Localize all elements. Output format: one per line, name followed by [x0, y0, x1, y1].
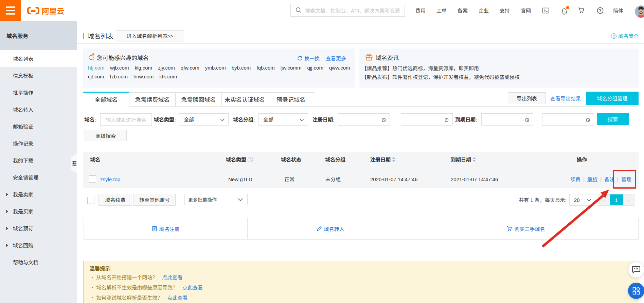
sidebar-item-label: 安全锁管理 [13, 174, 38, 181]
sidebar-item-i-am-seller[interactable]: 我是卖家 [0, 186, 77, 203]
news-line-new[interactable]: 【新品发布】软件著作权登记，保护开发者权益，避免代码被盗或侵权 [362, 73, 520, 80]
sidebar-item-operation-log[interactable]: 操作记录 [0, 135, 77, 152]
row-checkbox[interactable] [89, 175, 96, 183]
sidebar-item-domain-list[interactable]: 域名列表 [0, 50, 77, 67]
news-line-hot[interactable]: 【爆品推荐】热门优选商标，海量资源库，即买即用 [362, 64, 479, 72]
nav-item-website[interactable]: 官网 [520, 0, 531, 21]
sidebar-item-security-lock[interactable]: 安全锁管理 [0, 169, 77, 186]
domain-suggestion[interactable]: fzb.com [110, 73, 128, 80]
domain-search-suggest-icon [88, 53, 96, 61]
regdate-end-input[interactable] [401, 113, 453, 126]
domain-suggestion[interactable]: zjy.com [158, 64, 175, 71]
expdate-start-input[interactable] [481, 113, 533, 126]
domain-transfer-in-label: 域名转入 [324, 225, 344, 232]
regdate-start-input[interactable] [338, 113, 390, 126]
sidebar-item-my-download[interactable]: 我的下载 [0, 152, 77, 169]
domain-suggestion[interactable]: htj.com [88, 64, 104, 71]
sidebar-item-batch-operation[interactable]: 批量操作 [0, 84, 77, 101]
sidebar-item-email-verify[interactable]: 邮箱验证 [0, 118, 77, 135]
tab-not-verified[interactable]: 未实名认证域名 [221, 92, 268, 107]
view-export-result-link[interactable]: 查看导出结果 [550, 92, 581, 104]
page-size-value: 20 [574, 196, 580, 203]
pagination-next-button[interactable]: › [623, 194, 634, 205]
cart-icon[interactable] [578, 7, 585, 14]
nav-item-billing[interactable]: 费用 [415, 0, 426, 21]
sidebar-item-info-template[interactable]: 信息模板 [0, 67, 77, 84]
header-search-box[interactable] [290, 4, 405, 17]
refresh-domains-link[interactable]: 换一换 [304, 55, 320, 62]
domain-suggestion[interactable]: byb.com [232, 64, 251, 71]
domain-suggestion[interactable]: fqb.com [256, 64, 274, 71]
action-resolve-link[interactable]: 解析 [587, 175, 597, 183]
console-terminal-icon[interactable] [542, 7, 549, 14]
batch-select-all-checkbox[interactable] [87, 197, 94, 204]
domain-transfer-in-link[interactable]: 域名转入 [317, 225, 344, 232]
pagination-prev-button[interactable]: ‹ [599, 194, 610, 205]
feedback-chat-button[interactable] [628, 262, 644, 278]
filter-domain-input[interactable] [100, 113, 152, 126]
tip-view-link[interactable]: 点此查看 [167, 294, 187, 301]
buy-secondhand-link[interactable]: 购买二手域名 [506, 225, 545, 232]
batch-transfer-button[interactable]: 转至其他账号 [133, 194, 176, 206]
advanced-search-button[interactable]: 高级搜索 [85, 130, 127, 141]
sidebar-item-help-docs[interactable]: 帮助与文档 [0, 254, 77, 271]
page-size-select[interactable]: 20 [569, 194, 595, 206]
domain-suggestion[interactable]: ymb.com [205, 64, 226, 71]
domain-suggestion[interactable]: klg.com [135, 64, 152, 71]
batch-renew-button[interactable]: 域名续费 [99, 194, 132, 206]
sort-icon[interactable] [472, 157, 476, 162]
mini-apps-button[interactable] [628, 283, 644, 299]
action-remark-link[interactable]: 备注 [604, 175, 614, 183]
domain-suggestion[interactable]: qfw.com [181, 64, 199, 71]
search-button[interactable]: 搜索 [597, 113, 629, 125]
domain-suggestion[interactable]: qww.com [329, 64, 350, 71]
tip-view-link[interactable]: 点此查看 [182, 284, 203, 291]
help-icon[interactable]: ? [597, 7, 604, 14]
view-more-link[interactable]: 查看更多 [326, 55, 346, 62]
sidebar-item-domain-transfer-in[interactable]: 域名转入 [0, 101, 77, 118]
domain-group-manage-button[interactable]: 域名分组管理 [586, 92, 639, 105]
tab-need-renew[interactable]: 急需续费域名 [129, 92, 176, 107]
sidebar-item-i-am-buyer[interactable]: 我是买家 [0, 203, 77, 220]
nav-item-support[interactable]: 支持 [499, 0, 510, 21]
type-help-icon[interactable]: ? [248, 157, 253, 162]
pagination-page-1[interactable]: 1 [610, 194, 623, 205]
export-list-button[interactable]: 导出列表 [508, 92, 546, 104]
batch-more-select[interactable]: 更多批量操作 [184, 194, 248, 205]
main-content: 域名列表 进入域名解析列表>> ?域名简介 您可能感兴趣的域名 换一换 查看更多… [77, 21, 644, 303]
sidebar-item-domain-reserve[interactable]: 域名预订 [0, 220, 77, 237]
nav-item-enterprise[interactable]: 企业 [478, 0, 489, 21]
expdate-end-input[interactable] [542, 113, 594, 126]
nav-item-icp[interactable]: 备案 [457, 0, 468, 21]
gift-icon [365, 53, 373, 61]
clock-icon [525, 117, 530, 122]
action-renew-link[interactable]: 续费 [570, 175, 580, 183]
domain-suggestion[interactable]: cjt.com [88, 73, 104, 80]
user-avatar[interactable] [635, 5, 644, 18]
domain-suggestion[interactable]: hnw.com [133, 73, 154, 80]
sidebar-item-domain-buyback[interactable]: 域名回购 [0, 237, 77, 254]
domain-register-link[interactable]: 域名注册 [152, 225, 180, 232]
notification-bell-icon[interactable] [560, 6, 569, 15]
goto-dns-list-button[interactable]: 进入域名解析列表>> [116, 30, 184, 41]
aliyun-logo[interactable]: 阿里云 [26, 6, 64, 15]
language-switch[interactable]: 简体 [613, 0, 623, 21]
filter-type-select[interactable]: 全部 [179, 113, 229, 126]
chevron-down-icon [238, 198, 243, 202]
domain-intro-link[interactable]: ?域名简介 [611, 30, 639, 41]
domain-suggestion[interactable]: wjb.com [110, 64, 129, 71]
sort-icon[interactable] [392, 157, 395, 162]
tab-all-domains[interactable]: 全部域名 [83, 92, 129, 107]
nav-item-ticket[interactable]: 工单 [436, 0, 447, 21]
header-search-input[interactable] [305, 7, 405, 14]
tab-preregister[interactable]: 预登记域名 [268, 92, 314, 107]
domain-suggestion[interactable]: ljw.comm [281, 64, 302, 71]
domain-suggestion[interactable]: qjj.com [307, 64, 323, 71]
tip-view-link[interactable]: 点此查看 [162, 273, 182, 281]
hamburger-menu-button[interactable] [0, 0, 21, 21]
domain-suggestion[interactable]: ktk.com [159, 73, 177, 80]
action-manage-link[interactable]: 管理 [621, 175, 631, 183]
filter-group-select[interactable]: 全部 [258, 113, 308, 126]
domain-link[interactable]: zsyle.top [100, 175, 120, 183]
tab-need-redeem[interactable]: 急需赎回域名 [175, 92, 222, 107]
